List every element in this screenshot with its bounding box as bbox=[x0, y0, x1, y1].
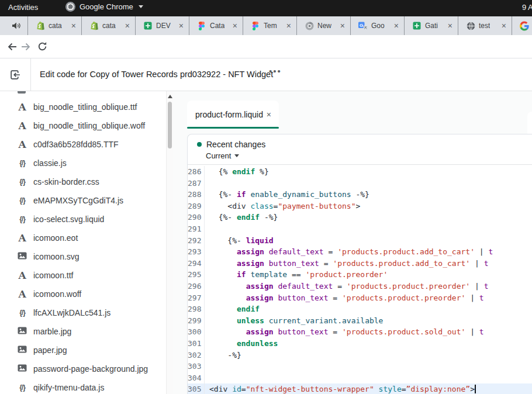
code-file-icon: {/} bbox=[16, 178, 28, 186]
browser-tab[interactable]: Gati× bbox=[404, 16, 458, 35]
scroll-up-arrow-icon[interactable] bbox=[168, 95, 172, 98]
line-number: 296 bbox=[188, 281, 205, 292]
code-line[interactable]: 296 assign default_text = 'products.prod… bbox=[188, 281, 532, 292]
file-name: icomoon.svg bbox=[33, 252, 80, 261]
tab-close-icon[interactable]: × bbox=[448, 22, 452, 30]
browser-tab[interactable]: Cata× bbox=[189, 16, 243, 35]
tab-close-icon[interactable]: × bbox=[340, 22, 345, 30]
file-name: c0df3a6b528fdd85.TTF bbox=[33, 140, 119, 149]
tab-close-icon[interactable]: × bbox=[179, 22, 184, 30]
editor-tab-close-icon[interactable]: × bbox=[267, 110, 271, 119]
tab-close-icon[interactable]: × bbox=[286, 22, 291, 30]
file-item[interactable]: {/}cs-skin-border.css bbox=[0, 172, 166, 191]
code-line[interactable]: 300 assign button_text = 'products.produ… bbox=[188, 326, 532, 338]
code-line[interactable]: 292 {%- liquid bbox=[188, 235, 532, 247]
scrollbar-thumb[interactable] bbox=[168, 102, 172, 148]
line-number: 287 bbox=[188, 178, 205, 189]
browser-tab[interactable]: New× bbox=[296, 16, 350, 35]
line-number: 286 bbox=[188, 166, 205, 178]
browser-tab[interactable]: cata× bbox=[27, 16, 81, 35]
exit-code-editor-button[interactable] bbox=[10, 70, 20, 80]
file-item[interactable]: {/}ico-select.svg.liquid bbox=[0, 210, 166, 229]
file-item[interactable]: Aicomoon.ttf bbox=[0, 266, 166, 285]
file-name: lfcAXLwjkDALc541.js bbox=[33, 308, 110, 317]
tab-close-icon[interactable]: × bbox=[394, 22, 399, 30]
code-text: assign default_text = 'products.product.… bbox=[209, 246, 493, 258]
image-file-icon bbox=[16, 326, 28, 337]
file-item[interactable]: {/}classie.js bbox=[0, 154, 166, 172]
code-line[interactable]: 298 endif bbox=[188, 303, 532, 315]
file-item[interactable]: marble.jpg bbox=[0, 322, 166, 341]
code-area[interactable]: 286 {% endif %}287288 {%- if enable_dyna… bbox=[188, 165, 532, 394]
editor-tab-label: product-form.liquid bbox=[195, 110, 263, 119]
file-name: icomoon.eot bbox=[33, 233, 78, 243]
code-line[interactable]: 304 bbox=[188, 372, 532, 384]
unsaved-changes-dot bbox=[197, 142, 202, 147]
line-number: 305 bbox=[188, 383, 205, 394]
browser-tab[interactable]: test× bbox=[458, 16, 512, 35]
figma-favicon-icon bbox=[251, 21, 260, 30]
code-line[interactable]: 293 assign default_text = 'products.prod… bbox=[188, 246, 532, 258]
line-number: 297 bbox=[188, 292, 205, 304]
code-line[interactable]: 295 if template == 'product.preorder' bbox=[188, 269, 532, 281]
file-item[interactable]: {/}eMAPMXSyTCgGdiT4.js bbox=[0, 191, 166, 210]
tab-close-icon[interactable]: × bbox=[233, 22, 237, 30]
code-line[interactable]: 301 endunless bbox=[188, 338, 532, 350]
code-line[interactable]: 294 assign button_text = 'products.produ… bbox=[188, 258, 532, 269]
version-dropdown[interactable]: Current bbox=[206, 151, 239, 160]
browser-tab[interactable] bbox=[512, 16, 532, 35]
clipped-file-icon bbox=[18, 91, 26, 94]
code-line[interactable]: 297 assign button_text = 'products.produ… bbox=[188, 292, 532, 304]
browser-tab[interactable]: GGoo× bbox=[350, 16, 404, 35]
code-text: unless current_variant.available bbox=[209, 315, 383, 327]
font-file-icon: A bbox=[16, 140, 28, 150]
editor-file-tab[interactable]: product-form.liquid × bbox=[187, 101, 279, 129]
code-line[interactable]: 287 bbox=[188, 178, 532, 189]
recent-changes-label: Recent changes bbox=[206, 140, 265, 149]
file-item[interactable]: password-page-background.jpg bbox=[0, 360, 166, 378]
file-name: big_noodle_titling_oblique.ttf bbox=[33, 102, 137, 112]
code-file-icon: {/} bbox=[16, 215, 28, 223]
code-line[interactable]: 291 bbox=[188, 223, 532, 235]
activities-button[interactable]: Activities bbox=[8, 3, 38, 12]
code-line[interactable]: 303 bbox=[188, 361, 532, 372]
file-item[interactable]: Abig_noodle_titling_oblique.ttf bbox=[0, 98, 166, 116]
file-item[interactable]: {/}lfcAXLwjkDALc541.js bbox=[0, 303, 166, 322]
browser-tab[interactable]: cata× bbox=[81, 16, 135, 35]
code-line[interactable]: 305<div id="nft-widget-buttons-wrapper" … bbox=[188, 383, 532, 394]
reload-button[interactable] bbox=[37, 41, 49, 53]
code-file-icon: {/} bbox=[16, 309, 28, 317]
code-text: endif bbox=[209, 303, 260, 315]
shopify-favicon-icon bbox=[36, 21, 45, 30]
file-item[interactable]: Ac0df3a6b528fdd85.TTF bbox=[0, 135, 166, 154]
code-line[interactable]: 289 <div class="payment-buttons"> bbox=[188, 201, 532, 212]
code-line[interactable]: 286 {% endif %} bbox=[188, 166, 532, 178]
code-line[interactable]: 299 unless current_variant.available bbox=[188, 315, 532, 327]
tab-close-icon[interactable]: × bbox=[502, 22, 506, 30]
file-item[interactable]: Aicomoon.woff bbox=[0, 285, 166, 303]
tab-close-icon[interactable]: × bbox=[125, 22, 130, 30]
editor-main: product-form.liquid × Recent changes Cur… bbox=[173, 91, 532, 394]
back-button[interactable] bbox=[6, 41, 18, 53]
code-line[interactable]: 288 {%- if enable_dynamic_buttons -%} bbox=[188, 189, 532, 201]
line-number: 304 bbox=[188, 372, 205, 384]
file-item[interactable]: {/}qikify-tmenu-data.js bbox=[0, 378, 166, 394]
browser-tab[interactable]: DEV× bbox=[135, 16, 189, 35]
system-clock[interactable]: 9 A bbox=[522, 3, 532, 12]
more-actions-button[interactable]: ••• bbox=[269, 66, 282, 76]
code-line[interactable]: 290 {%- endif -%} bbox=[188, 212, 532, 223]
forward-button[interactable] bbox=[20, 41, 32, 53]
file-item[interactable]: icomoon.svg bbox=[0, 247, 166, 266]
code-text: {%- if enable_dynamic_buttons -%} bbox=[209, 189, 369, 201]
file-item[interactable]: paper.jpg bbox=[0, 341, 166, 360]
file-item[interactable]: Aicomoon.eot bbox=[0, 229, 166, 247]
code-line[interactable]: 302 -%} bbox=[188, 350, 532, 361]
file-name: icomoon.ttf bbox=[33, 271, 73, 280]
sidebar-scrollbar[interactable] bbox=[166, 91, 173, 394]
app-menu[interactable]: Google Chrome bbox=[65, 2, 143, 12]
file-name: classie.js bbox=[33, 158, 67, 168]
browser-tab[interactable]: Tem× bbox=[243, 16, 296, 35]
file-item[interactable]: Abig_noodle_titling_oblique.woff bbox=[0, 116, 166, 135]
tab-close-icon[interactable]: × bbox=[71, 22, 76, 30]
tab-title: Gati bbox=[425, 22, 438, 30]
